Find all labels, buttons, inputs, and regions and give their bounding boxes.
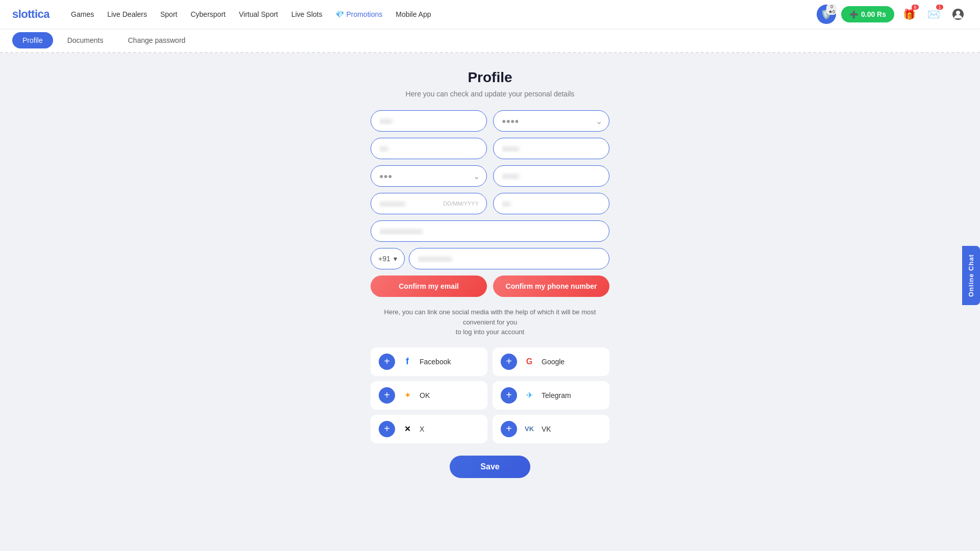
account-button[interactable] bbox=[948, 5, 968, 24]
tab-documents[interactable]: Documents bbox=[57, 32, 114, 48]
promo-group bbox=[493, 193, 609, 214]
confirm-phone-button[interactable]: Confirm my phone number bbox=[493, 276, 609, 297]
mail-badge: 1 bbox=[936, 5, 943, 10]
telegram-icon: ✈ bbox=[523, 389, 535, 402]
logo-text: slottica bbox=[12, 8, 50, 20]
online-chat-tab[interactable]: Online Chat bbox=[962, 246, 980, 305]
social-telegram[interactable]: + ✈ Telegram bbox=[493, 381, 609, 410]
country-code-label: +91 bbox=[378, 255, 390, 263]
country-group: ●●● ⌄ bbox=[371, 165, 487, 187]
svg-point-1 bbox=[956, 11, 960, 15]
form-row-3: ●●● ⌄ bbox=[371, 165, 609, 187]
ok-label: OK bbox=[420, 391, 430, 399]
gift-badge: 6 bbox=[912, 5, 919, 10]
tab-change-password[interactable]: Change password bbox=[118, 32, 196, 48]
social-grid: + f Facebook + G Google + ✶ OK + ✈ Teleg… bbox=[371, 347, 609, 443]
google-icon: G bbox=[523, 356, 535, 368]
facebook-icon: f bbox=[401, 356, 413, 368]
phone-country-selector[interactable]: +91 ▾ bbox=[371, 248, 405, 269]
social-note-line2: to log into your account bbox=[456, 328, 524, 336]
middle-name-group bbox=[371, 138, 487, 159]
form-row-1: ●●●● ⌄ bbox=[371, 110, 609, 132]
ok-icon: ✶ bbox=[401, 389, 413, 402]
save-button[interactable]: Save bbox=[450, 456, 530, 478]
vk-icon: VK bbox=[523, 423, 535, 435]
nav-mobile-app[interactable]: Mobile App bbox=[390, 7, 436, 21]
level-count: 0★0 bbox=[826, 4, 837, 15]
city-group bbox=[493, 165, 609, 187]
country-select[interactable]: ●●● bbox=[371, 165, 487, 187]
phone-row: +91 ▾ bbox=[371, 248, 609, 269]
last-name-group: ●●●● ⌄ bbox=[493, 110, 609, 132]
add-vk-button[interactable]: + bbox=[501, 421, 517, 437]
nav-cybersport[interactable]: Cybersport bbox=[185, 7, 230, 21]
promotions-label: Promotions bbox=[346, 10, 382, 18]
nav-live-slots[interactable]: Live Slots bbox=[286, 7, 328, 21]
dob-input[interactable] bbox=[371, 193, 487, 214]
phone-input[interactable] bbox=[409, 248, 609, 269]
first-name-input[interactable] bbox=[371, 110, 487, 132]
diamond-icon: 💎 bbox=[335, 10, 344, 18]
navbar: slottica Games Live Dealers Sport Cybers… bbox=[0, 0, 980, 29]
nav-promotions[interactable]: 💎 Promotions bbox=[330, 7, 387, 21]
vk-label: VK bbox=[542, 425, 551, 433]
page-title: Profile bbox=[371, 69, 609, 86]
social-note-line1: Here, you can link one social media with… bbox=[384, 308, 596, 326]
add-x-button[interactable]: + bbox=[379, 421, 395, 437]
logo[interactable]: slottica bbox=[12, 8, 50, 21]
x-label: X bbox=[420, 425, 424, 433]
nav-right: 🛡️ 0★0 ➕ 0.00 Rs 🎁 6 ✉️ 1 bbox=[817, 5, 968, 24]
username-input[interactable] bbox=[493, 138, 609, 159]
form-row-2 bbox=[371, 138, 609, 159]
social-facebook[interactable]: + f Facebook bbox=[371, 347, 487, 376]
nav-virtual-sport[interactable]: Virtual Sport bbox=[234, 7, 283, 21]
tab-profile[interactable]: Profile bbox=[12, 32, 53, 48]
gift-button[interactable]: 🎁 6 bbox=[899, 5, 919, 24]
middle-name-input[interactable] bbox=[371, 138, 487, 159]
social-ok[interactable]: + ✶ OK bbox=[371, 381, 487, 410]
first-name-group bbox=[371, 110, 487, 132]
tabs-bar: Profile Documents Change password bbox=[0, 29, 980, 53]
promo-input[interactable] bbox=[493, 193, 609, 214]
google-label: Google bbox=[542, 358, 565, 366]
chevron-down-icon-3: ▾ bbox=[394, 255, 397, 263]
nav-links: Games Live Dealers Sport Cybersport Virt… bbox=[66, 7, 817, 21]
add-google-button[interactable]: + bbox=[501, 354, 517, 370]
add-facebook-button[interactable]: + bbox=[379, 354, 395, 370]
save-row: Save bbox=[371, 456, 609, 478]
page-subtitle: Here you can check and update your perso… bbox=[371, 90, 609, 98]
balance-button[interactable]: ➕ 0.00 Rs bbox=[841, 6, 894, 22]
nav-live-dealers[interactable]: Live Dealers bbox=[102, 7, 152, 21]
add-ok-button[interactable]: + bbox=[379, 387, 395, 404]
profile-content: Profile Here you can check and update yo… bbox=[362, 69, 618, 478]
telegram-label: Telegram bbox=[542, 391, 571, 399]
confirm-row: Confirm my email Confirm my phone number bbox=[371, 276, 609, 297]
city-input[interactable] bbox=[493, 165, 609, 187]
form-row-5 bbox=[371, 220, 609, 242]
account-icon bbox=[952, 8, 964, 20]
social-x[interactable]: + ✕ X bbox=[371, 415, 487, 443]
social-google[interactable]: + G Google bbox=[493, 347, 609, 376]
social-note: Here, you can link one social media with… bbox=[371, 307, 609, 337]
plus-icon: ➕ bbox=[849, 10, 858, 18]
username-group bbox=[493, 138, 609, 159]
x-icon: ✕ bbox=[401, 423, 413, 435]
dob-group: DD/MM/YYYY bbox=[371, 193, 487, 214]
email-group bbox=[371, 220, 609, 242]
confirm-email-button[interactable]: Confirm my email bbox=[371, 276, 487, 297]
social-vk[interactable]: + VK VK bbox=[493, 415, 609, 443]
level-badge[interactable]: 🛡️ 0★0 bbox=[817, 5, 836, 24]
add-telegram-button[interactable]: + bbox=[501, 387, 517, 404]
balance-amount: 0.00 Rs bbox=[861, 10, 886, 18]
email-input[interactable] bbox=[371, 220, 609, 242]
facebook-label: Facebook bbox=[420, 358, 451, 366]
last-name-select[interactable]: ●●●● bbox=[493, 110, 609, 132]
nav-sport[interactable]: Sport bbox=[155, 7, 182, 21]
mail-button[interactable]: ✉️ 1 bbox=[924, 5, 943, 24]
form-row-4: DD/MM/YYYY bbox=[371, 193, 609, 214]
nav-games[interactable]: Games bbox=[66, 7, 99, 21]
